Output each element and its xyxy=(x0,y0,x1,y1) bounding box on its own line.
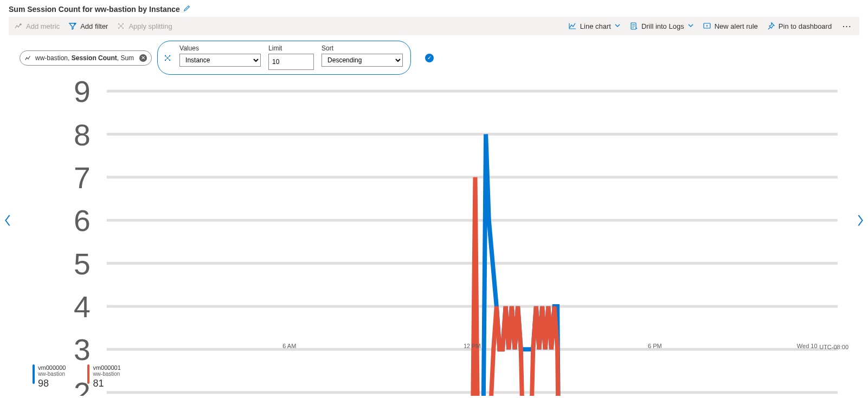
chip-close-icon[interactable]: ✕ xyxy=(139,54,147,62)
metric-chip-icon xyxy=(24,54,32,62)
new-alert-label: New alert rule xyxy=(715,22,758,30)
more-options-button[interactable]: ··· xyxy=(840,22,854,30)
add-filter-label: Add filter xyxy=(80,22,108,30)
line-chart-icon xyxy=(568,22,577,30)
y-tick-label: 4 xyxy=(74,290,91,324)
metric-chip-text: ww-bastion, Session Count, Sum xyxy=(35,54,134,62)
values-select[interactable]: Instance xyxy=(179,54,261,67)
y-tick-label: 2 xyxy=(74,376,91,396)
y-tick-label: 5 xyxy=(74,247,91,281)
values-label: Values xyxy=(179,44,261,52)
split-config-icon xyxy=(163,54,172,62)
add-metric-button[interactable]: Add metric xyxy=(14,22,60,30)
pin-dashboard-label: Pin to dashboard xyxy=(779,22,832,30)
new-alert-button[interactable]: New alert rule xyxy=(703,22,758,30)
logs-icon xyxy=(629,22,638,30)
limit-input[interactable] xyxy=(268,54,314,70)
limit-label: Limit xyxy=(268,44,314,52)
x-axis: 6 AM12 PM6 PMWed 10 xyxy=(30,343,848,350)
add-filter-button[interactable]: Add filter xyxy=(68,22,108,30)
chevron-down-icon xyxy=(614,22,621,30)
x-tick-label: 6 PM xyxy=(648,343,662,349)
apply-splitting-button[interactable]: Apply splitting xyxy=(117,22,172,30)
sort-select[interactable]: Descending xyxy=(322,54,403,67)
drill-logs-label: Drill into Logs xyxy=(641,22,684,30)
time-range-prev-button[interactable] xyxy=(3,214,12,229)
pin-icon xyxy=(767,22,775,30)
y-tick-label: 9 xyxy=(74,80,91,108)
edit-title-icon[interactable] xyxy=(183,4,191,14)
timezone-label: UTC-08:00 xyxy=(819,344,848,350)
page-title: Sum Session Count for ww-bastion by Inst… xyxy=(9,5,180,14)
pin-dashboard-button[interactable]: Pin to dashboard xyxy=(767,22,832,30)
splitting-config-bubble: Values Instance Limit Sort Descending xyxy=(157,41,411,75)
y-tick-label: 8 xyxy=(74,118,91,152)
chart-area: 0123456789 6 AM12 PM6 PMWed 10 UTC-08:00 xyxy=(9,80,859,362)
metric-chip[interactable]: ww-bastion, Session Count, Sum ✕ xyxy=(20,50,152,66)
line-chart-dropdown[interactable]: Line chart xyxy=(568,22,621,30)
chart-toolbar: Add metric Add filter Apply splitting xyxy=(9,17,859,35)
x-tick-label: 12 PM xyxy=(464,343,481,349)
filter-icon xyxy=(68,22,77,30)
sort-label: Sort xyxy=(322,44,403,52)
split-icon xyxy=(117,22,125,30)
y-tick-label: 7 xyxy=(74,161,91,195)
y-tick-label: 6 xyxy=(74,204,91,237)
confirm-split-icon[interactable]: ✓ xyxy=(425,54,434,62)
x-tick-label: Wed 10 xyxy=(797,343,818,349)
line-chart-label: Line chart xyxy=(580,22,611,30)
drill-logs-dropdown[interactable]: Drill into Logs xyxy=(629,22,694,30)
time-range-next-button[interactable] xyxy=(856,214,865,229)
chevron-down-icon xyxy=(687,22,694,30)
alert-icon xyxy=(703,22,711,30)
add-metric-icon xyxy=(14,22,23,30)
x-tick-label: 6 AM xyxy=(282,343,296,349)
add-metric-label: Add metric xyxy=(26,22,60,30)
apply-splitting-label: Apply splitting xyxy=(128,22,172,30)
page-title-row: Sum Session Count for ww-bastion by Inst… xyxy=(9,4,859,14)
